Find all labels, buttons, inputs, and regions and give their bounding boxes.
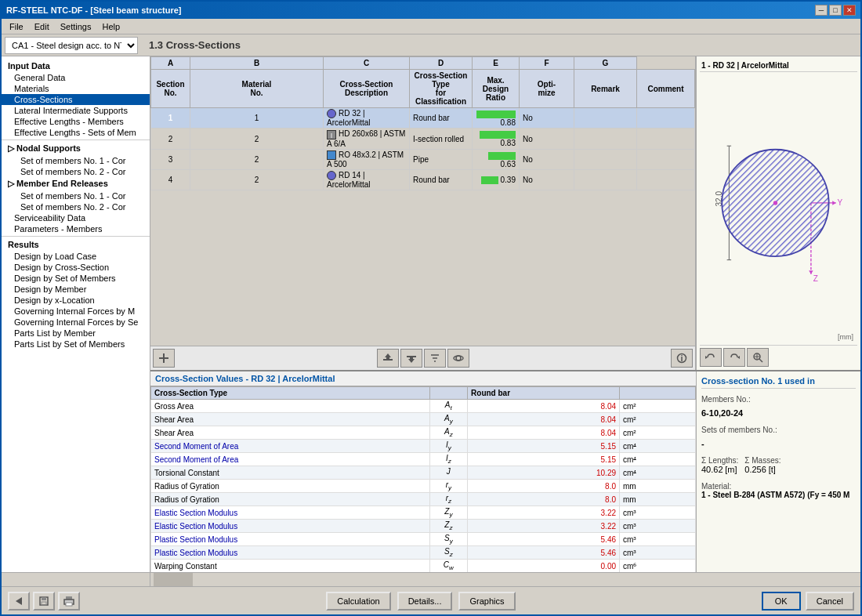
sidebar-item-effective-lengths-sets[interactable]: Effective Lengths - Sets of Mem: [2, 127, 150, 138]
info-masses-label: Σ Masses:: [744, 456, 781, 465]
sidebar-item-serviceability[interactable]: Serviceability Data: [2, 212, 150, 223]
svg-text:i: i: [680, 353, 683, 363]
calculation-button[interactable]: Calculation: [326, 592, 390, 611]
prop-unit: cm⁴: [620, 466, 696, 480]
graphics-button[interactable]: Graphics: [458, 592, 515, 611]
sidebar-item-parts-list-member[interactable]: Parts List by Member: [2, 328, 150, 339]
cell-row2-material: 2: [190, 129, 324, 149]
prop-name: Plastic Section Modulus: [151, 533, 430, 546]
sidebar-sub-nodal-2[interactable]: Set of members No. 2 - Cor: [2, 166, 150, 177]
sidebar-item-parts-list-sets[interactable]: Parts List by Set of Members: [2, 339, 150, 350]
menu-file[interactable]: File: [5, 21, 28, 32]
svg-rect-35: [42, 597, 46, 600]
export-button[interactable]: [377, 349, 399, 368]
props-header-symbol: [429, 387, 467, 400]
col-header-c[interactable]: C: [324, 57, 410, 70]
table-row[interactable]: 1 1 RD 32 | ArcelorMittal Round bar 0.88…: [151, 108, 695, 129]
preview-zoom[interactable]: [747, 348, 769, 367]
ok-button[interactable]: OK: [762, 592, 801, 611]
sidebar-sub-nodal-1[interactable]: Set of members No. 1 - Cor: [2, 155, 150, 166]
prop-value: 5.46: [468, 533, 620, 546]
col-header-g[interactable]: G: [574, 57, 637, 70]
sidebar-item-design-x-location[interactable]: Design by x-Location: [2, 295, 150, 306]
prop-unit: cm³: [620, 506, 696, 520]
prop-name: Elastic Section Modulus: [151, 506, 430, 520]
preview-rotate-right[interactable]: [723, 348, 745, 367]
prop-unit: cm³: [620, 520, 696, 533]
props-table[interactable]: Cross-Section Type Round bar Gross Area …: [150, 386, 696, 572]
filter-button[interactable]: [424, 349, 446, 368]
cell-row4-comment: [637, 170, 695, 190]
design-case-dropdown[interactable]: CA1 - Steel design acc. to NTC:: [5, 37, 138, 54]
prop-unit: mm: [620, 480, 696, 493]
sidebar-sub-release-1[interactable]: Set of members No. 1 - Cor: [2, 190, 150, 201]
col-header-a[interactable]: A: [151, 57, 190, 70]
save-button[interactable]: [33, 592, 55, 611]
col-header-b[interactable]: B: [190, 57, 324, 70]
cell-row1-material: 1: [190, 108, 324, 129]
sidebar-scrollbar[interactable]: [2, 573, 150, 586]
sidebar-item-effective-lengths-members[interactable]: Effective Lengths - Members: [2, 116, 150, 127]
sidebar-item-governing-members[interactable]: Governing Internal Forces by M: [2, 306, 150, 317]
sidebar-item-design-load-case[interactable]: Design by Load Case: [2, 251, 150, 262]
minimize-button[interactable]: ─: [815, 5, 828, 16]
bottom-left: [8, 592, 80, 611]
menu-settings[interactable]: Settings: [56, 21, 96, 32]
sidebar-item-design-cross-section[interactable]: Design by Cross-Section: [2, 262, 150, 273]
prop-unit: cm³: [620, 546, 696, 560]
sidebar-group-nodal-supports[interactable]: ▷ Nodal Supports: [2, 142, 150, 155]
cross-section-table[interactable]: A B C D E F G SectionNo.: [150, 56, 695, 346]
back-button[interactable]: [8, 592, 30, 611]
menu-edit[interactable]: Edit: [30, 21, 54, 32]
menu-bar: File Edit Settings Help: [2, 19, 860, 34]
sidebar-item-design-member[interactable]: Design by Member: [2, 284, 150, 295]
prop-unit: cm⁴: [620, 453, 696, 466]
cell-row2-ratio: 0.83: [473, 129, 520, 149]
props-row: Shear Area Ay 8.04 cm²: [151, 413, 696, 426]
sidebar-sub-release-2[interactable]: Set of members No. 2 - Cor: [2, 201, 150, 212]
sidebar-item-cross-sections[interactable]: Cross-Sections: [2, 94, 150, 105]
table-toolbar: i: [150, 346, 695, 370]
close-button[interactable]: ✕: [843, 5, 856, 16]
cell-row1-ratio: 0.88: [473, 108, 520, 129]
add-row-button[interactable]: [153, 349, 175, 368]
header-material-no: MaterialNo.: [190, 70, 324, 108]
table-row[interactable]: 4 2 RD 14 | ArcelorMittal Round bar 0.39…: [151, 170, 695, 190]
col-header-d[interactable]: D: [410, 57, 473, 70]
toolbar: CA1 - Steel design acc. to NTC: 1.3 Cros…: [2, 34, 860, 56]
prop-value: 5.15: [468, 440, 620, 453]
sidebar-item-lateral-supports[interactable]: Lateral Intermediate Supports: [2, 105, 150, 116]
props-row: Shear Area Az 8.04 cm²: [151, 426, 696, 440]
prop-unit: mm: [620, 493, 696, 506]
sidebar-group-member-releases[interactable]: ▷ Member End Releases: [2, 177, 150, 190]
import-button[interactable]: [400, 349, 422, 368]
cell-row4-no: 4: [151, 170, 190, 190]
main-scrollbar[interactable]: [150, 573, 860, 586]
prop-value: 8.04: [468, 400, 620, 413]
sidebar-item-design-set-members[interactable]: Design by Set of Members: [2, 273, 150, 284]
maximize-button[interactable]: □: [829, 5, 842, 16]
menu-help[interactable]: Help: [97, 21, 125, 32]
prop-name: Warping Constant: [151, 560, 430, 573]
sidebar-item-governing-sets[interactable]: Governing Internal Forces by Se: [2, 317, 150, 328]
col-header-f[interactable]: F: [520, 57, 574, 70]
col-header-e[interactable]: E: [473, 57, 520, 70]
view-button[interactable]: [447, 349, 469, 368]
sidebar-item-general-data[interactable]: General Data: [2, 72, 150, 83]
props-row: Elastic Section Modulus Zz 3.22 cm³: [151, 520, 696, 533]
sidebar-item-parameters[interactable]: Parameters - Members: [2, 223, 150, 234]
prop-value: 3.22: [468, 520, 620, 533]
info-sets-label: Sets of members No.:: [701, 426, 856, 434]
table-row[interactable]: 2 2 IHD 260x68 | ASTM A 6/A I-section ro…: [151, 129, 695, 149]
preview-rotate-left[interactable]: [700, 348, 722, 367]
prop-symbol: Sy: [429, 533, 467, 546]
cell-row4-type: Round bar: [410, 170, 473, 190]
cell-row2-comment: [637, 129, 695, 149]
print-button[interactable]: [58, 592, 80, 611]
sidebar-item-materials[interactable]: Materials: [2, 83, 150, 94]
info-lengths-value: 40.62 [m]: [701, 465, 738, 474]
details-button[interactable]: Details...: [397, 592, 453, 611]
cancel-button[interactable]: Cancel: [806, 592, 854, 611]
table-row[interactable]: 3 2 RO 48x3.2 | ASTM A 500 Pipe 0.63 No: [151, 149, 695, 169]
info-button[interactable]: i: [671, 349, 693, 368]
